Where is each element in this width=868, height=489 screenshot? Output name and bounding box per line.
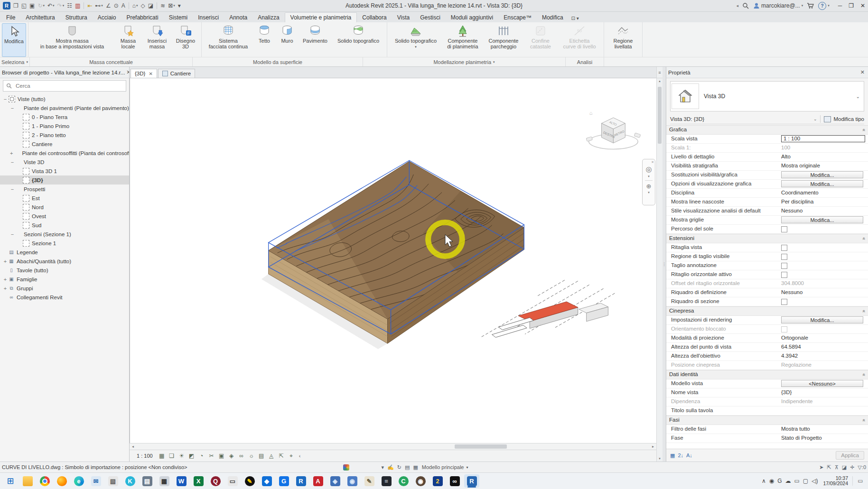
browser-search-box[interactable] bbox=[3, 80, 126, 92]
componente-parcheggio-button[interactable]: Componente parcheggio bbox=[483, 23, 524, 56]
crop-view-icon[interactable]: ✂ bbox=[207, 452, 216, 460]
taskbar-q-app[interactable]: Q bbox=[208, 474, 223, 488]
solido-topografico-superficie-button[interactable]: Solido topografico bbox=[332, 23, 385, 56]
shadows-icon[interactable]: ◩ bbox=[187, 452, 196, 460]
tree-item[interactable]: Nord bbox=[0, 203, 129, 212]
sun-path-icon[interactable]: ☀ bbox=[177, 452, 186, 460]
property-row[interactable]: Cinepresa « bbox=[666, 306, 868, 316]
taskbar-photos-app[interactable]: ▧ bbox=[105, 474, 121, 488]
taskbar-file-explorer[interactable] bbox=[20, 474, 35, 488]
property-edit-button[interactable]: Modifica... bbox=[781, 216, 863, 223]
tree-item[interactable]: {3D} bbox=[0, 175, 129, 185]
navigation-bar[interactable]: ✕ ◎ ▾ ⊕ ▾ bbox=[642, 159, 655, 205]
property-row[interactable]: Scala vista 1 : 100 1 : 100 1 : 100 « bbox=[666, 135, 868, 144]
tree-item[interactable]: Sud bbox=[0, 221, 129, 230]
property-row[interactable]: Modello vista <Nessuno> <Nessuno> <Nessu… bbox=[666, 379, 868, 388]
ribbon-tab[interactable]: Prefabbricati bbox=[121, 13, 163, 22]
tree-item[interactable]: − Sezioni (Sezione 1) bbox=[0, 230, 129, 239]
ribbon-tab[interactable]: Vista bbox=[392, 13, 415, 22]
temporary-view-properties-icon[interactable]: ▤ bbox=[257, 452, 266, 460]
disegno-3d-button[interactable]: F Disegno 3D bbox=[172, 23, 199, 56]
view-tab-close-icon[interactable]: ✕ bbox=[149, 71, 152, 76]
navbar-close-icon[interactable]: ✕ bbox=[651, 160, 654, 164]
horizontal-scroll-thumb[interactable] bbox=[455, 444, 507, 449]
qat-thin-lines-icon[interactable]: ≋ bbox=[159, 1, 166, 10]
property-checkbox[interactable] bbox=[781, 226, 787, 232]
massa-locale-button[interactable]: Massa locale bbox=[114, 23, 142, 56]
section-collapse-icon[interactable]: « bbox=[859, 237, 868, 240]
scroll-down-arrow[interactable]: ▾ bbox=[657, 457, 663, 461]
taskbar-camera-app[interactable]: ◉ bbox=[413, 474, 428, 488]
taskbar-sketch-app-1[interactable]: ◈ bbox=[327, 474, 343, 488]
navbar-zoom-dropdown[interactable]: ▾ bbox=[648, 191, 650, 194]
tray-onedrive-icon[interactable]: ☁ bbox=[785, 478, 791, 484]
tree-item[interactable]: − Piante dei pavimenti (Piante del pavim… bbox=[0, 103, 129, 112]
taskbar-two-app[interactable]: 2 bbox=[430, 474, 445, 488]
apply-button[interactable]: Applica bbox=[836, 451, 864, 460]
tree-expander[interactable]: + bbox=[10, 150, 13, 156]
property-row[interactable]: Modalità di proiezione Ortogonale Ortogo… bbox=[666, 334, 868, 343]
ribbon-tab[interactable]: Acciaio bbox=[93, 13, 121, 22]
property-row[interactable]: Impostazioni di rendering Modifica... Mo… bbox=[666, 316, 868, 325]
sync-status-icon[interactable]: ↻ bbox=[397, 464, 401, 471]
qat-save-icon[interactable]: ▣ bbox=[28, 1, 36, 10]
minimize-button[interactable]: ─ bbox=[838, 2, 842, 9]
tree-item[interactable]: Legende bbox=[0, 248, 129, 257]
tree-expander[interactable]: − bbox=[10, 105, 15, 111]
ribbon-tab[interactable]: Modifica bbox=[537, 13, 569, 22]
taskbar-revit-viewer[interactable]: R bbox=[293, 474, 308, 488]
section-collapse-icon[interactable]: « bbox=[859, 419, 868, 422]
section-collapse-icon[interactable]: « bbox=[859, 129, 868, 131]
sort-numeric-icon[interactable]: 2↓ bbox=[678, 452, 683, 459]
tray-volume-icon[interactable]: ◁) bbox=[812, 478, 818, 484]
property-checkbox[interactable] bbox=[781, 254, 787, 260]
project-browser-close-icon[interactable]: ✕ bbox=[125, 69, 129, 75]
ribbon-tab[interactable]: Gestisci bbox=[415, 13, 446, 22]
tree-item[interactable]: + Piante dei controsoffitti (Pianta dei … bbox=[0, 148, 129, 157]
view-tabs-menu-icon[interactable]: ≡ bbox=[657, 67, 663, 78]
lock-3d-view-icon[interactable]: ◈ bbox=[227, 452, 236, 460]
design-option-selector[interactable]: Modello principale ▾ bbox=[422, 464, 468, 470]
tree-item[interactable]: Ovest bbox=[0, 212, 129, 221]
property-row[interactable]: Livello di dettaglio Alto Alto Alto « bbox=[666, 153, 868, 162]
tetto-button[interactable]: Tetto bbox=[253, 23, 276, 56]
toposolid-dropdown[interactable]: ▾ bbox=[415, 44, 417, 50]
tree-item[interactable]: Tavole (tutto) bbox=[0, 266, 129, 275]
property-checkbox[interactable] bbox=[781, 299, 787, 305]
vertical-scroll-thumb[interactable] bbox=[658, 87, 662, 144]
modify-type-button[interactable]: Modifica tipo bbox=[833, 116, 864, 122]
tray-display-icon[interactable]: ▢ bbox=[803, 478, 808, 484]
notification-center-icon[interactable]: ▭ bbox=[852, 476, 865, 486]
taskbar-word[interactable]: W bbox=[174, 474, 189, 488]
analytical-model-icon[interactable]: ◬ bbox=[267, 452, 276, 460]
ribbon-tab[interactable]: Moduli aggiuntivi bbox=[446, 13, 498, 22]
property-row[interactable]: Mostra linee nascoste Per disciplina Per… bbox=[666, 198, 868, 207]
qat-sync-icon[interactable]: ↻▾ bbox=[37, 1, 46, 10]
horizontal-scrollbar[interactable]: ◂ ▸ bbox=[130, 443, 656, 450]
qat-tag-icon[interactable]: ⊙ bbox=[113, 1, 120, 10]
muro-button[interactable]: Muro bbox=[276, 23, 299, 56]
user-account-menu[interactable]: marcokiare@... ▾ bbox=[753, 2, 803, 9]
property-row[interactable]: Ritaglio orizzontale attivo « bbox=[666, 270, 868, 279]
qat-separator[interactable] bbox=[129, 2, 129, 9]
panel-splitter[interactable]: ⋮ bbox=[663, 67, 666, 461]
tray-gpu-icon[interactable]: G bbox=[777, 478, 782, 484]
taskbar-start-button[interactable]: ⊞ bbox=[3, 474, 18, 488]
tree-item[interactable]: Sezione 1 bbox=[0, 239, 129, 248]
worksets-icon[interactable]: ▤ bbox=[405, 464, 410, 471]
taskbar-dark-app[interactable]: ≡ bbox=[379, 474, 394, 488]
tray-pen-icon[interactable]: ◉ bbox=[769, 478, 774, 484]
reveal-constraints-icon[interactable]: ⌖ bbox=[287, 452, 296, 460]
vertical-scrollbar[interactable]: ▴ ▾ bbox=[657, 78, 663, 461]
qat-aligned-dimension-icon[interactable]: ⊷▾ bbox=[94, 1, 104, 10]
property-checkbox[interactable] bbox=[781, 326, 787, 332]
taskbar-chrome[interactable] bbox=[37, 474, 52, 488]
solido-topografico-button[interactable]: Solido topografico ▾ bbox=[389, 23, 442, 56]
view-selector-dropdown-icon[interactable]: ⌄ bbox=[813, 117, 817, 121]
property-row[interactable]: Mostra griglie Modifica... Modifica... M… bbox=[666, 216, 868, 225]
property-row[interactable]: Dipendenza Indipendente Indipendente Ind… bbox=[666, 397, 868, 406]
taskbar-notes-app[interactable]: ✎ bbox=[362, 474, 377, 488]
rendering-dialog-icon[interactable]: ◔ bbox=[197, 452, 206, 460]
revit-logo[interactable]: R bbox=[2, 1, 11, 10]
property-row[interactable]: Scala 1: 100 100 100 « bbox=[666, 144, 868, 153]
